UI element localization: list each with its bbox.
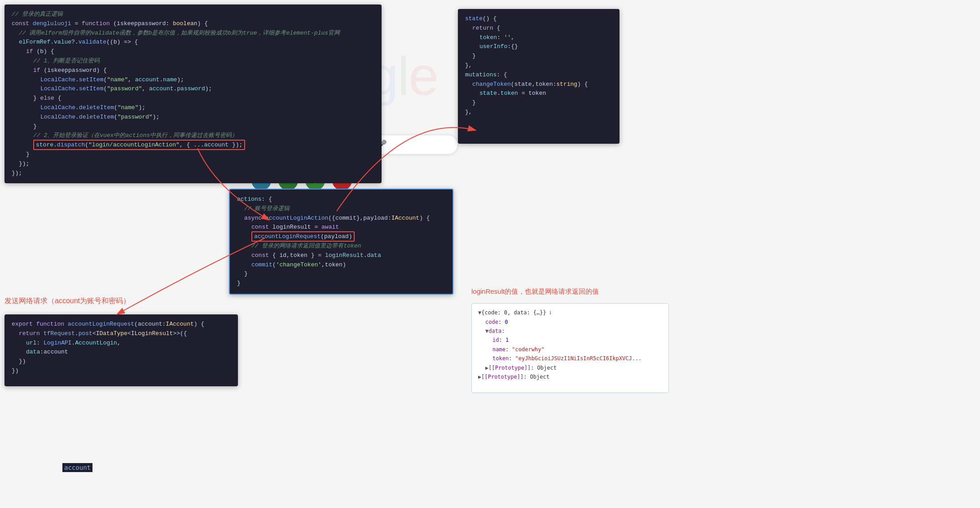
debug-line: id: 1 bbox=[478, 336, 662, 345]
debug-line: name: "coderwhy" bbox=[478, 345, 662, 354]
debug-line: ▶[[Prototype]]: Object bbox=[478, 363, 662, 372]
code-line: changeToken(state,token:string) { bbox=[465, 80, 612, 89]
code-line: const { id,token } = loginResult.data bbox=[237, 251, 445, 261]
code-line: if (b) { bbox=[12, 47, 374, 57]
top-left-code-panel: // 登录的真正逻辑 const dengluluoji = function … bbox=[4, 4, 382, 183]
code-line: }); bbox=[12, 169, 374, 178]
code-line: // 调用elform组件自带的validate函数，参数b是布尔值，如果规则校… bbox=[12, 29, 374, 38]
code-line: }) bbox=[12, 357, 231, 367]
code-line: LocalCache.deleteItem("name"); bbox=[12, 103, 374, 113]
code-line: }); bbox=[12, 159, 374, 169]
code-line: } bbox=[465, 52, 612, 61]
code-line: } bbox=[237, 279, 445, 288]
top-right-code-panel: state() { return { token: '', userInfo:{… bbox=[458, 9, 620, 144]
code-line: } else { bbox=[12, 94, 374, 103]
code-line: actions: { bbox=[237, 195, 445, 204]
code-line: }, bbox=[465, 108, 612, 117]
code-line: } bbox=[12, 150, 374, 159]
code-line: LocalCache.deleteItem("password"); bbox=[12, 113, 374, 122]
code-line: // 1、判断是否记住密码 bbox=[12, 57, 374, 66]
code-line: state() { bbox=[465, 14, 612, 24]
annotation-send-request: 发送网络请求（account为账号和密码） bbox=[4, 296, 130, 306]
code-line: LocalCache.setItem("password", account.p… bbox=[12, 84, 374, 94]
debug-line: code: 0 bbox=[478, 318, 662, 327]
code-line: } bbox=[465, 98, 612, 108]
code-line: }) bbox=[12, 367, 231, 376]
code-line: }, bbox=[465, 61, 612, 71]
annotation-login-result: loginResult的值，也就是网络请求返回的值 bbox=[471, 287, 599, 296]
code-line: // 2、开始登录验证（在vuex中的actions中执行，同事传递过去账号密码… bbox=[12, 131, 374, 141]
code-line: token: '', bbox=[465, 33, 612, 43]
debug-line: ▶[[Prototype]]: Object bbox=[478, 372, 662, 381]
code-line: mutations: { bbox=[465, 71, 612, 80]
search-bar[interactable]: 🎤 bbox=[368, 135, 458, 155]
debug-line: token: "eyJhbGcioiJSUzI1NiIsInR5cCI6IkpX… bbox=[478, 354, 662, 363]
middle-code-panel: actions: { // 账号登录逻辑 async accountLoginA… bbox=[229, 189, 453, 295]
account-label: account bbox=[62, 463, 92, 472]
bottom-left-code-panel: export function accountLoginRequest(acco… bbox=[4, 314, 238, 386]
code-line: const loginResult = await accountLoginRe… bbox=[237, 223, 445, 242]
code-line: // 登录的网络请求返回值里边带有token bbox=[237, 242, 445, 251]
code-line: } bbox=[12, 122, 374, 132]
code-line: return { bbox=[465, 24, 612, 33]
code-line: export function accountLoginRequest(acco… bbox=[12, 320, 231, 329]
code-line: return tfRequest.post<IDataType<ILoginRe… bbox=[12, 329, 231, 339]
code-line: state.token = token bbox=[465, 89, 612, 98]
code-line: if (iskeeppassword) { bbox=[12, 66, 374, 75]
code-line: data:account bbox=[12, 348, 231, 357]
code-line: LocalCache.setItem("name", account.name)… bbox=[12, 75, 374, 85]
code-line: const dengluluoji = function (iskeeppass… bbox=[12, 19, 374, 29]
code-line: store.dispatch("login/accountLoginAction… bbox=[12, 141, 374, 150]
code-line: // 账号登录逻辑 bbox=[237, 204, 445, 214]
code-line: commit('changeToken',token) bbox=[237, 261, 445, 270]
debug-line: ▼{code: 0, data: {…}} ℹ bbox=[478, 308, 662, 318]
code-line: } bbox=[237, 269, 445, 279]
code-line: async accountLoginAction({commit},payloa… bbox=[237, 214, 445, 223]
code-line: // 登录的真正逻辑 bbox=[12, 10, 374, 19]
code-line: url: LoginAPI.AccountLogin, bbox=[12, 339, 231, 348]
debug-panel: ▼{code: 0, data: {…}} ℹ code: 0 ▼data: i… bbox=[471, 303, 669, 393]
debug-line: ▼data: bbox=[478, 327, 662, 336]
code-line: userInfo:{} bbox=[465, 42, 612, 52]
code-line: elFormRef.value?.validate((b) => { bbox=[12, 38, 374, 47]
